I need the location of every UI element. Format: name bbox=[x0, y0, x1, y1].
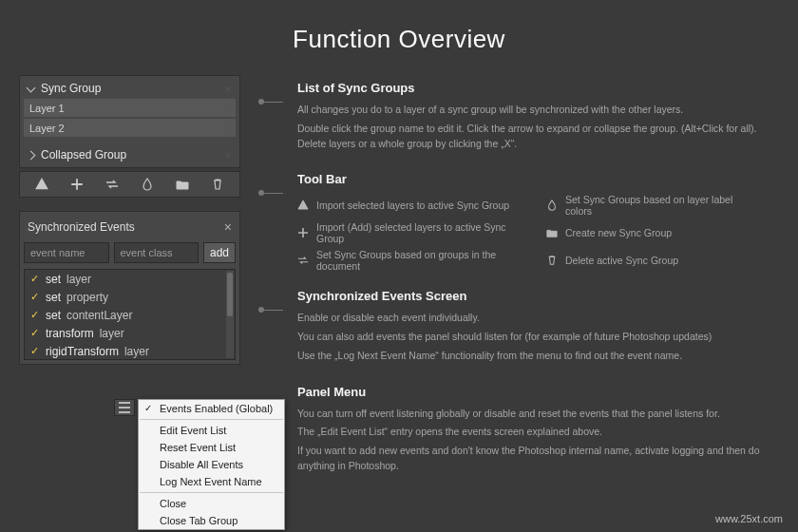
events-panel-title: Synchronized Events bbox=[28, 220, 135, 234]
close-icon[interactable]: × bbox=[222, 122, 230, 134]
events-panel: Synchronized Events × add ✓set layer ✓se… bbox=[19, 211, 240, 365]
bullet-icon bbox=[259, 172, 297, 289]
section-text: All changes you do to a layer of a sync … bbox=[297, 103, 779, 118]
menu-item-disable-all[interactable]: Disable All Events bbox=[139, 456, 284, 473]
sync-group-name: Sync Group bbox=[41, 82, 101, 95]
scrollbar[interactable] bbox=[226, 271, 234, 358]
section-text: You can turn off event listening globall… bbox=[297, 407, 779, 422]
chevron-down-icon[interactable] bbox=[28, 85, 35, 92]
section-text: Use the „Log Next Event Name“ functional… bbox=[297, 349, 779, 364]
check-icon[interactable]: ✓ bbox=[30, 291, 40, 303]
close-icon[interactable]: × bbox=[224, 219, 232, 235]
watermark: www.25xt.com bbox=[715, 513, 783, 524]
section-text: Enable or disable each event individuall… bbox=[297, 311, 779, 326]
sync-layer-row[interactable]: Layer 1 × bbox=[24, 99, 236, 117]
swap-arrows-icon[interactable] bbox=[103, 175, 122, 194]
section-sync-groups: List of Sync Groups All changes you do t… bbox=[297, 81, 779, 172]
layer-name: Layer 2 bbox=[29, 123, 65, 134]
close-icon[interactable]: × bbox=[224, 83, 232, 95]
close-icon[interactable]: × bbox=[224, 149, 232, 162]
section-text: The „Edit Event List“ entry opens the ev… bbox=[297, 425, 779, 440]
check-icon[interactable]: ✓ bbox=[30, 327, 40, 339]
sync-groups-block: Sync Group × Layer 1 × Layer 2 × Collaps… bbox=[19, 75, 240, 198]
section-text: If you want to add new events and don't … bbox=[297, 444, 779, 474]
folder-icon[interactable] bbox=[173, 175, 192, 194]
check-icon[interactable]: ✓ bbox=[30, 309, 40, 321]
sync-groups-panel: Sync Group × Layer 1 × Layer 2 × Collaps… bbox=[19, 75, 240, 168]
menu-separator bbox=[140, 492, 283, 493]
menu-item-log-next[interactable]: Log Next Event Name bbox=[139, 473, 284, 490]
toolbar-legend: Import selected layers to active Sync Gr… bbox=[297, 194, 779, 272]
menu-item-reset-list[interactable]: Reset Event List bbox=[139, 439, 284, 456]
sync-group-header[interactable]: Sync Group × bbox=[22, 78, 238, 99]
import-triangle-icon[interactable] bbox=[32, 175, 51, 194]
sync-toolbar bbox=[19, 171, 240, 198]
scrollbar-thumb[interactable] bbox=[227, 273, 233, 316]
close-icon[interactable]: × bbox=[222, 102, 230, 114]
event-item[interactable]: ✓rigidTransform layer bbox=[25, 342, 235, 360]
sync-layer-row[interactable]: Layer 2 × bbox=[24, 119, 236, 137]
check-icon[interactable]: ✓ bbox=[30, 273, 40, 285]
section-text: You can also add events the panel should… bbox=[297, 330, 779, 345]
section-heading: List of Sync Groups bbox=[297, 81, 779, 95]
context-menu: Events Enabled (Global) Edit Event List … bbox=[138, 399, 285, 530]
bullet-icon bbox=[259, 289, 297, 384]
layer-name: Layer 1 bbox=[29, 103, 65, 114]
right-column: List of Sync Groups All changes you do t… bbox=[259, 75, 779, 495]
add-plus-icon[interactable] bbox=[67, 175, 86, 194]
event-item[interactable]: ✓set property bbox=[25, 288, 235, 306]
section-toolbar: Tool Bar Import selected layers to activ… bbox=[297, 172, 779, 289]
sync-group-header-collapsed[interactable]: Collapsed Group × bbox=[22, 144, 238, 165]
chevron-right-icon[interactable] bbox=[28, 151, 35, 159]
panel-menu-flyout: Events Enabled (Global) Edit Event List … bbox=[114, 399, 285, 530]
event-item[interactable]: ✓set contentLayer bbox=[25, 306, 235, 324]
menu-item-close-group[interactable]: Close Tab Group bbox=[139, 512, 284, 529]
events-list[interactable]: ✓set layer ✓set property ✓set contentLay… bbox=[24, 269, 236, 360]
event-class-input[interactable] bbox=[114, 242, 200, 263]
bullet-icon bbox=[259, 81, 297, 172]
menu-item-edit-list[interactable]: Edit Event List bbox=[139, 422, 284, 439]
page-title: Function Overview bbox=[0, 0, 798, 54]
drop-color-icon[interactable] bbox=[138, 175, 157, 194]
hamburger-icon[interactable] bbox=[114, 399, 135, 416]
section-heading: Synchronized Events Screen bbox=[297, 289, 779, 303]
section-panel-menu: Panel Menu You can turn off event listen… bbox=[297, 385, 779, 495]
add-event-button[interactable]: add bbox=[203, 242, 236, 263]
check-icon[interactable]: ✓ bbox=[30, 345, 40, 357]
event-item[interactable]: ✓set layer bbox=[25, 270, 235, 288]
section-heading: Panel Menu bbox=[297, 385, 779, 399]
menu-item-events-enabled[interactable]: Events Enabled (Global) bbox=[139, 400, 284, 417]
section-events: Synchronized Events Screen Enable or dis… bbox=[297, 289, 779, 384]
event-item[interactable]: ✓transform layer bbox=[25, 324, 235, 342]
menu-item-close[interactable]: Close bbox=[139, 495, 284, 512]
sync-group-name: Collapsed Group bbox=[41, 148, 126, 162]
section-heading: Tool Bar bbox=[297, 172, 779, 186]
section-text: Double click the group name to edit it. … bbox=[297, 122, 779, 152]
event-name-input[interactable] bbox=[24, 242, 109, 263]
trash-icon[interactable] bbox=[208, 175, 227, 194]
menu-separator bbox=[140, 419, 283, 420]
